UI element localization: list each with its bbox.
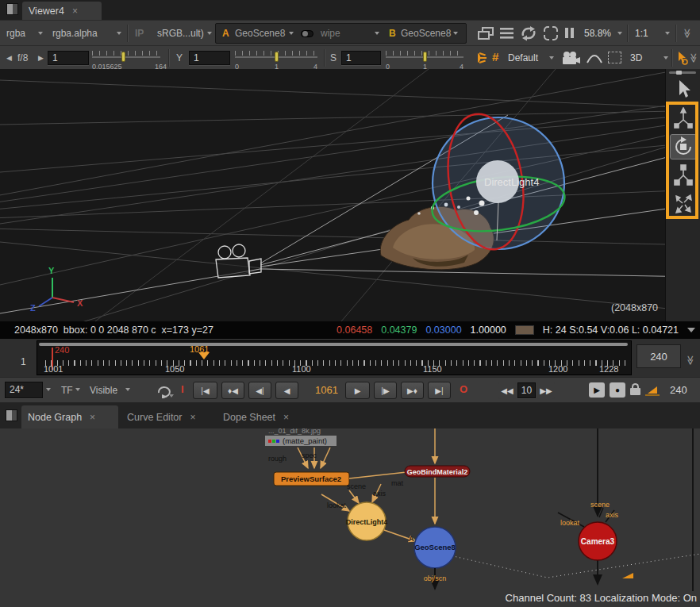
close-icon[interactable]: × bbox=[190, 412, 195, 423]
fps-select[interactable]: 24* bbox=[5, 382, 43, 398]
step-forward-button[interactable]: |▶ bbox=[374, 382, 397, 399]
chevron-down-icon[interactable] bbox=[38, 32, 43, 35]
timeline-scrollbar[interactable] bbox=[39, 343, 628, 346]
saturation-slider-handle[interactable] bbox=[423, 52, 427, 62]
input-a-select[interactable]: GeoScene8 bbox=[235, 28, 285, 39]
select-tool-icon[interactable] bbox=[674, 79, 693, 99]
play-button[interactable]: ▶ bbox=[345, 382, 370, 399]
zoom-level-select[interactable]: 58.8% bbox=[584, 28, 611, 39]
strip-slider-handle[interactable] bbox=[676, 71, 682, 75]
gamma-input[interactable]: 1 bbox=[189, 51, 230, 65]
gain-slider-handle[interactable] bbox=[121, 52, 125, 62]
node-label: GeoScene8 bbox=[414, 543, 456, 551]
play-backward-button[interactable]: ◀ bbox=[275, 382, 298, 399]
node-label: DirectLight4 bbox=[346, 518, 388, 526]
render-stop-icon[interactable]: ● bbox=[610, 382, 625, 398]
chevron-down-icon[interactable] bbox=[289, 32, 294, 35]
tab-viewer4[interactable]: Viewer4 × bbox=[22, 2, 102, 20]
nodegraph-canvas[interactable]: ..._01_dif_8k.jpg (matte_paint) rough sp… bbox=[0, 428, 700, 607]
loop-mode-icon[interactable] bbox=[156, 382, 175, 398]
tab-curve-editor[interactable]: Curve Editor × bbox=[121, 405, 214, 428]
fstop-increase-icon[interactable]: ▶ bbox=[38, 54, 44, 62]
gamma-slider[interactable]: 0 1 4 bbox=[235, 48, 317, 68]
fstop-decrease-icon[interactable]: ◀ bbox=[6, 54, 12, 62]
collapse-toolbar-icon[interactable]: ≫ bbox=[682, 29, 693, 39]
proxy-mode-select[interactable]: 1:1 bbox=[635, 28, 648, 39]
chevron-down-icon[interactable] bbox=[687, 328, 695, 332]
chevron-down-icon[interactable] bbox=[549, 56, 554, 60]
lut-curve-icon[interactable] bbox=[586, 52, 603, 64]
strip-slider[interactable] bbox=[669, 71, 696, 74]
close-icon[interactable]: × bbox=[90, 412, 95, 423]
skip-back-button[interactable]: ◀◀ bbox=[498, 382, 516, 399]
saturation-slider[interactable]: 0 1 4 bbox=[386, 48, 463, 68]
tab-dope-sheet[interactable]: Dope Sheet × bbox=[217, 405, 306, 428]
chevron-down-icon[interactable] bbox=[663, 56, 668, 60]
view-mode-select[interactable]: 3D bbox=[630, 52, 642, 63]
gain-slider[interactable]: 0.015625 164 bbox=[92, 48, 160, 68]
viewport-3d[interactable]: DirectLight4 Y X Z (2048x870 ≫ bbox=[0, 69, 700, 321]
in-point-flag[interactable]: I bbox=[181, 383, 184, 395]
chevron-down-icon[interactable] bbox=[207, 32, 212, 35]
timeline-ruler[interactable]: 240 1061 1001 1050 1100 1150 1200 1228 bbox=[37, 340, 632, 375]
chevron-down-icon[interactable] bbox=[665, 32, 670, 35]
wipe-mode-select[interactable]: wipe bbox=[321, 28, 340, 39]
chevron-down-icon[interactable] bbox=[117, 32, 121, 35]
chevron-down-icon[interactable] bbox=[75, 388, 80, 391]
out-point-flag[interactable]: O bbox=[460, 383, 467, 395]
lifetime-select[interactable]: Visible bbox=[90, 385, 117, 396]
render-camera-icon[interactable] bbox=[560, 51, 581, 65]
chevron-down-icon[interactable] bbox=[46, 388, 51, 391]
skew-tool-icon[interactable] bbox=[673, 193, 694, 215]
layout-squares-icon[interactable] bbox=[477, 26, 496, 40]
chevron-down-icon[interactable] bbox=[617, 32, 622, 35]
chevron-down-icon[interactable] bbox=[375, 32, 379, 35]
range-end-box[interactable]: 240 bbox=[637, 344, 681, 368]
close-icon[interactable]: × bbox=[72, 6, 78, 17]
roi-icon[interactable] bbox=[608, 52, 621, 63]
input-b-select[interactable]: GeoScene8 bbox=[401, 28, 451, 39]
divider bbox=[671, 49, 672, 67]
panel-menu-icon[interactable] bbox=[6, 3, 18, 15]
gamma-slider-handle[interactable] bbox=[275, 52, 279, 62]
channel-layer-select[interactable]: rgba bbox=[6, 28, 25, 39]
goto-start-button[interactable]: |◀ bbox=[193, 382, 217, 399]
viewer-process-select[interactable]: Default bbox=[508, 52, 538, 63]
gain-input[interactable]: 1 bbox=[48, 51, 89, 65]
chevron-down-icon[interactable] bbox=[125, 388, 130, 391]
prev-keyframe-button[interactable]: ♦◀ bbox=[221, 382, 244, 399]
next-keyframe-button[interactable]: ▶♦ bbox=[401, 382, 424, 399]
panel-menu-icon[interactable] bbox=[6, 409, 17, 421]
rotate-tool-button-active[interactable] bbox=[670, 134, 697, 159]
input-process-button[interactable]: IP bbox=[135, 28, 144, 39]
goto-end-button[interactable]: ▶| bbox=[428, 382, 451, 399]
saturation-input[interactable]: 1 bbox=[341, 51, 381, 65]
viewer-colorspace-select[interactable]: sRGB...ult) bbox=[157, 28, 204, 39]
pause-icon[interactable] bbox=[565, 28, 574, 38]
camera-wireframe[interactable] bbox=[216, 244, 261, 278]
current-frame-readout[interactable]: 1061 bbox=[315, 384, 338, 396]
lock-range-icon[interactable] bbox=[630, 383, 640, 395]
skip-forward-button[interactable]: ▶▶ bbox=[537, 382, 555, 399]
collapse-toolbar-icon[interactable]: ≫ bbox=[688, 53, 699, 63]
close-icon[interactable]: × bbox=[283, 412, 289, 423]
sync-arrows-icon[interactable] bbox=[519, 25, 538, 41]
alpha-channel-select[interactable]: rgba.alpha bbox=[52, 28, 98, 39]
chevron-down-icon[interactable] bbox=[453, 32, 458, 35]
step-back-button[interactable]: ◀| bbox=[248, 382, 271, 399]
headlamp-icon[interactable] bbox=[470, 51, 487, 65]
translate-tool-icon[interactable] bbox=[673, 107, 694, 131]
pointer-orange-icon[interactable] bbox=[676, 51, 689, 65]
scale-tool-icon[interactable] bbox=[673, 164, 694, 188]
list-lines-icon[interactable] bbox=[499, 26, 515, 40]
frame-increment-input[interactable]: 10 bbox=[517, 382, 536, 398]
flipbook-play-icon[interactable]: ▶ bbox=[589, 382, 605, 398]
safe-area-icon[interactable] bbox=[542, 25, 560, 41]
ramp-cache-icon[interactable] bbox=[644, 384, 660, 397]
wipe-toggle[interactable] bbox=[301, 30, 313, 37]
port-label-a: A bbox=[409, 535, 414, 543]
tab-node-graph[interactable]: Node Graph × bbox=[21, 405, 118, 428]
collapse-timeline-icon[interactable]: ≫ bbox=[685, 355, 696, 366]
timeline-range-select[interactable]: TF bbox=[61, 385, 73, 396]
grid-hash-icon[interactable]: # bbox=[492, 50, 498, 63]
